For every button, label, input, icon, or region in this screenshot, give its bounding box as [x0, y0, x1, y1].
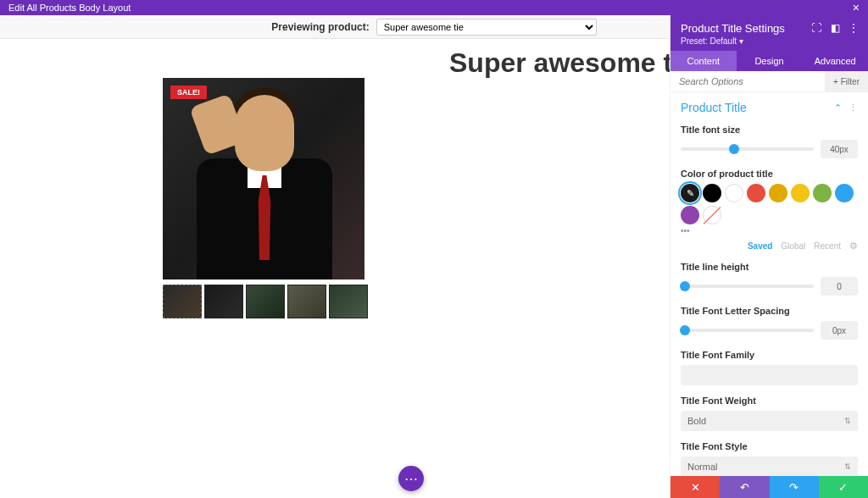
preset-label[interactable]: Preset: Default ▾	[681, 36, 858, 46]
panel-icon[interactable]: ◧	[829, 22, 841, 34]
page-title: Edit All Products Body Layout	[8, 3, 131, 13]
color-tab-global[interactable]: Global	[781, 241, 805, 251]
color-picker-swatch[interactable]	[681, 184, 699, 202]
collapse-icon[interactable]: ⌃	[834, 102, 842, 113]
preview-product-select[interactable]: Super awesome tie	[376, 19, 597, 36]
font-weight-label: Title Font Weight	[681, 396, 858, 406]
product-title-text: Super awesome tie	[449, 47, 695, 79]
font-style-label: Title Font Style	[681, 441, 858, 451]
sale-badge: SALE!	[170, 86, 207, 99]
more-icon[interactable]: ⋮	[848, 22, 860, 34]
search-input[interactable]	[670, 71, 825, 91]
thumbnail-5[interactable]	[329, 285, 368, 318]
thumbnail-2[interactable]	[204, 285, 243, 318]
line-height-label: Title line height	[681, 262, 858, 272]
color-swatch-none[interactable]	[703, 206, 721, 224]
thumbnail-1[interactable]	[163, 285, 202, 318]
product-main-image[interactable]: SALE!	[163, 78, 364, 279]
product-thumbnails	[163, 285, 670, 318]
tab-design[interactable]: Design	[737, 51, 803, 71]
font-size-label: Title font size	[681, 125, 858, 135]
color-swatch-blue[interactable]	[835, 184, 854, 202]
close-icon[interactable]: ×	[853, 1, 860, 14]
letter-spacing-value[interactable]: 0px	[821, 321, 858, 340]
color-swatch-purple[interactable]	[681, 206, 699, 224]
font-weight-select[interactable]: Bold⇅	[681, 411, 858, 431]
color-swatch-yellow[interactable]	[791, 184, 810, 202]
font-size-slider[interactable]	[681, 147, 814, 151]
font-style-select[interactable]: Normal⇅	[681, 456, 858, 476]
color-swatch-orange[interactable]	[769, 184, 787, 202]
font-family-input[interactable]	[681, 365, 858, 385]
tab-content[interactable]: Content	[670, 51, 737, 71]
thumbnail-3[interactable]	[246, 285, 285, 318]
color-tab-saved[interactable]: Saved	[748, 241, 772, 251]
swatch-more-icon[interactable]: •••	[681, 226, 858, 235]
letter-spacing-label: Title Font Letter Spacing	[681, 306, 858, 316]
fab-more-icon[interactable]: ⋯	[398, 466, 424, 491]
save-button[interactable]: ✓	[819, 476, 868, 498]
section-title[interactable]: Product Title	[681, 101, 747, 114]
font-size-value[interactable]: 40px	[821, 140, 858, 158]
letter-spacing-slider[interactable]	[681, 329, 814, 332]
redo-button[interactable]: ↷	[770, 476, 819, 498]
color-swatch-green[interactable]	[813, 184, 832, 202]
color-label: Color of product title	[681, 169, 858, 179]
color-swatch-red[interactable]	[747, 184, 765, 202]
preview-label: Previewing product:	[271, 21, 369, 33]
section-more-icon[interactable]: ⋮	[849, 102, 858, 113]
color-tab-recent[interactable]: Recent	[814, 241, 841, 251]
expand-icon[interactable]: ⛶	[810, 22, 822, 34]
color-swatches	[681, 184, 858, 224]
font-family-label: Title Font Family	[681, 350, 858, 360]
line-height-value[interactable]: 0	[821, 277, 858, 296]
cancel-button[interactable]: ✕	[670, 476, 720, 498]
line-height-slider[interactable]	[681, 285, 814, 288]
undo-button[interactable]: ↶	[720, 476, 769, 498]
tab-advanced[interactable]: Advanced	[802, 51, 868, 71]
filter-button[interactable]: + Filter	[825, 71, 868, 91]
color-swatch-black[interactable]	[703, 184, 721, 202]
thumbnail-4[interactable]	[287, 285, 326, 318]
color-swatch-white[interactable]	[725, 184, 743, 202]
gear-icon[interactable]: ⚙	[849, 241, 858, 252]
